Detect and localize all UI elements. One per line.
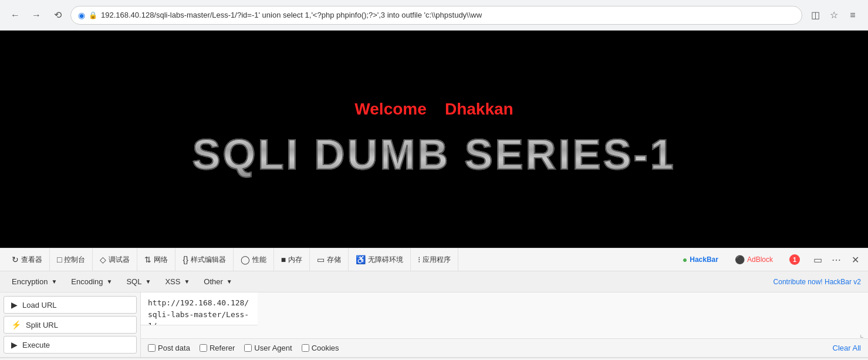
devtool-network[interactable]: ⇅ 网络: [137, 248, 175, 271]
network-label: 网络: [154, 255, 168, 265]
other-arrow: ▼: [227, 278, 232, 285]
encryption-label: Encryption: [12, 277, 48, 286]
devtools-right: ● HackBar ⚫ AdBlock 1 ▭ ⋯ ✕: [676, 251, 863, 268]
xss-menu[interactable]: XSS ▼: [160, 275, 194, 288]
devtool-memory[interactable]: ■ 内存: [274, 248, 310, 271]
post-data-checkbox[interactable]: Post data: [148, 344, 190, 352]
bookmark-button[interactable]: ☆: [826, 7, 842, 23]
error-indicator[interactable]: 1: [782, 254, 807, 265]
resize-handle[interactable]: ⌞: [860, 330, 867, 337]
cookies-input[interactable]: [302, 344, 309, 352]
hackbar-body: ▶ Load URL ⚡ Split URL ▶ Execute http://…: [0, 292, 868, 357]
encoding-menu[interactable]: Encoding ▼: [66, 275, 117, 288]
forward-button[interactable]: →: [28, 7, 45, 23]
hackbar-tab[interactable]: ● HackBar: [676, 255, 725, 264]
devtool-storage[interactable]: ▭ 存储: [310, 248, 349, 271]
page-title: SQLI DUMB SERIES-1: [192, 130, 676, 179]
other-label: Other: [204, 277, 223, 286]
style-icon: {}: [183, 255, 188, 264]
referer-label: Referer: [210, 344, 235, 352]
execute-icon: ▶: [11, 340, 18, 349]
execute-label: Execute: [22, 341, 50, 349]
split-url-button[interactable]: ⚡ Split URL: [4, 316, 137, 334]
url-text: 192.168.40.128/sqli-labs-master/Less-1/?…: [101, 11, 795, 19]
inspector-label: 查看器: [21, 255, 42, 265]
memory-label: 内存: [288, 255, 302, 265]
cookies-label: Cookies: [312, 344, 339, 352]
style-label: 样式编辑器: [191, 255, 226, 265]
app-icon: ⁝: [418, 255, 420, 264]
clear-all-button[interactable]: Clear All: [833, 344, 861, 352]
a11y-icon: ♿: [356, 255, 366, 264]
cookies-checkbox[interactable]: Cookies: [302, 344, 339, 352]
bottom-bar: CSDN 亿速云: [0, 358, 868, 360]
referer-checkbox[interactable]: Referer: [200, 344, 235, 352]
network-icon: ⇅: [144, 255, 151, 264]
webpage-content: Welcome Dhakkan SQLI DUMB SERIES-1: [0, 31, 868, 248]
post-data-label: Post data: [158, 344, 190, 352]
encryption-arrow: ▼: [51, 278, 57, 285]
other-menu[interactable]: Other ▼: [199, 275, 237, 288]
devtools-more-button[interactable]: ⋯: [828, 251, 845, 268]
brand-label: Dhakkan: [445, 100, 514, 118]
encoding-label: Encoding: [71, 277, 103, 286]
encoding-arrow: ▼: [107, 278, 113, 285]
hackbar-toolbar: Encryption ▼ Encoding ▼ SQL ▼ XSS ▼ Othe…: [0, 271, 868, 292]
load-url-button[interactable]: ▶ Load URL: [4, 296, 137, 314]
sql-menu[interactable]: SQL ▼: [121, 275, 156, 288]
devtool-console[interactable]: □ 控制台: [50, 248, 93, 271]
console-label: 控制台: [64, 255, 85, 265]
responsive-button[interactable]: ▭: [809, 251, 826, 268]
adblock-icon: ⚫: [735, 255, 745, 264]
sql-arrow: ▼: [145, 278, 151, 285]
more-button[interactable]: ≡: [845, 7, 861, 23]
memory-icon: ■: [281, 255, 286, 264]
encryption-menu[interactable]: Encryption ▼: [7, 275, 62, 288]
load-url-label: Load URL: [22, 301, 57, 309]
perf-icon: ◯: [241, 255, 250, 264]
a11y-label: 无障碍环境: [368, 255, 403, 265]
devtool-performance[interactable]: ◯ 性能: [234, 248, 274, 271]
hackbar-label: HackBar: [690, 255, 718, 264]
user-agent-checkbox[interactable]: User Agent: [244, 344, 292, 352]
devtool-style-editor[interactable]: {} 样式编辑器: [175, 248, 233, 271]
extensions-button[interactable]: ◫: [807, 7, 823, 23]
debugger-icon: ◇: [100, 255, 106, 264]
devtools-close-button[interactable]: ✕: [847, 251, 863, 268]
app-label: 应用程序: [423, 255, 451, 265]
storage-label: 存储: [327, 255, 341, 265]
referer-input[interactable]: [200, 344, 207, 352]
back-button[interactable]: ←: [7, 7, 23, 23]
hackbar-main: http://192.168.40.128/sqli-labs-master/L…: [141, 292, 868, 357]
xss-label: XSS: [165, 277, 180, 286]
browser-chrome: ← → ⟲ ◉ 🔒 192.168.40.128/sqli-labs-maste…: [0, 0, 868, 31]
user-agent-input[interactable]: [244, 344, 252, 352]
hackbar-footer: Post data Referer User Agent Cookies Cle…: [141, 338, 868, 357]
post-data-input[interactable]: [148, 344, 156, 352]
user-agent-label: User Agent: [254, 344, 292, 352]
devtool-application[interactable]: ⁝ 应用程序: [411, 248, 458, 271]
refresh-button[interactable]: ⟲: [49, 7, 66, 23]
devtool-debugger[interactable]: ◇ 调试器: [93, 248, 137, 271]
inspector-icon: ↻: [12, 255, 19, 264]
browser-actions: ◫ ☆ ≡: [807, 7, 861, 23]
xss-arrow: ▼: [184, 278, 190, 285]
contribute-link[interactable]: Contribute now! HackBar v2: [774, 278, 861, 286]
devtools-bar: ↻ 查看器 □ 控制台 ◇ 调试器 ⇅ 网络 {} 样式编辑器 ◯ 性能 ■ 内…: [0, 248, 868, 271]
hackbar-sidebar: ▶ Load URL ⚡ Split URL ▶ Execute: [0, 292, 141, 357]
devtool-inspector[interactable]: ↻ 查看器: [5, 248, 50, 271]
adblock-tab[interactable]: ⚫ AdBlock: [728, 255, 780, 264]
split-url-icon: ⚡: [11, 320, 21, 329]
devtool-accessibility[interactable]: ♿ 无障碍环境: [349, 248, 411, 271]
execute-button[interactable]: ▶ Execute: [4, 336, 137, 354]
shield-icon: ◉: [78, 11, 85, 20]
url-input[interactable]: http://192.168.40.128/sqli-labs-master/L…: [141, 292, 258, 325]
perf-label: 性能: [252, 255, 266, 265]
storage-icon: ▭: [317, 255, 325, 264]
sql-label: SQL: [126, 277, 141, 286]
lock-icon: 🔒: [89, 11, 97, 19]
address-bar[interactable]: ◉ 🔒 192.168.40.128/sqli-labs-master/Less…: [70, 6, 802, 25]
console-icon: □: [57, 255, 62, 264]
adblock-label: AdBlock: [747, 255, 773, 264]
hackbar-dot-icon: ●: [683, 255, 687, 264]
